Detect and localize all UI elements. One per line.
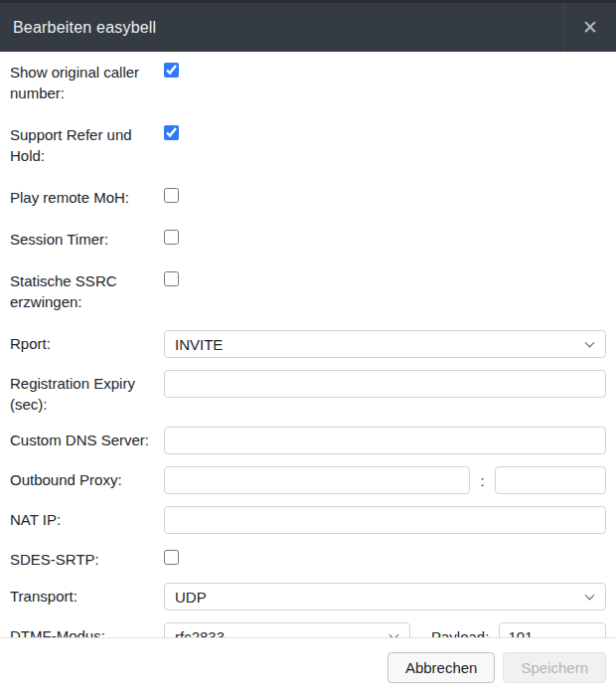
support-refer-hold-checkbox[interactable] (164, 125, 179, 140)
field-label: NAT IP: (10, 506, 164, 530)
cancel-button[interactable]: Abbrechen (387, 652, 496, 683)
custom-dns-input[interactable] (164, 427, 606, 454)
play-remote-moh-checkbox[interactable] (164, 188, 179, 203)
dialog-title: Bearbeiten easybell (13, 19, 156, 37)
field-label: Show original caller number: (10, 59, 164, 103)
field-label: DTMF-Modus: (10, 622, 164, 637)
close-icon: ✕ (582, 18, 598, 37)
row-transport: Transport: UDP (10, 583, 606, 610)
field-label: Session Timer: (10, 226, 164, 250)
close-button[interactable]: ✕ (563, 3, 616, 52)
dialog-form: Show original caller number: Support Ref… (0, 52, 616, 637)
host-port-separator: : (470, 472, 495, 489)
field-label: Rport: (10, 330, 164, 354)
row-registration-expiry: Registration Expiry (sec): (10, 370, 606, 415)
registration-expiry-input[interactable] (164, 370, 606, 398)
save-button[interactable]: Speichern (503, 652, 606, 683)
dtmf-modus-select[interactable]: rfc2833 (164, 622, 410, 637)
edit-provider-dialog: Bearbeiten easybell ✕ Show original call… (0, 0, 616, 697)
payload-input[interactable] (499, 622, 606, 637)
field-label: Play remote MoH: (10, 184, 164, 208)
field-label: Outbound Proxy: (10, 466, 164, 490)
row-outbound-proxy: Outbound Proxy: : (10, 466, 606, 494)
dialog-footer: Abbrechen Speichern (0, 637, 616, 697)
field-label: Registration Expiry (sec): (10, 370, 164, 415)
row-rport: Rport: INVITE (10, 330, 606, 358)
row-custom-dns-server: Custom DNS Server: (10, 427, 606, 454)
sdes-srtp-checkbox[interactable] (164, 550, 179, 565)
show-original-caller-checkbox[interactable] (164, 63, 179, 78)
field-label: Custom DNS Server: (10, 427, 164, 450)
row-play-remote-moh: Play remote MoH: (10, 184, 606, 208)
session-timer-checkbox[interactable] (164, 230, 179, 245)
field-label: SDES-SRTP: (10, 546, 164, 570)
rport-select[interactable]: INVITE (164, 330, 606, 358)
nat-ip-input[interactable] (164, 506, 606, 534)
row-dtmf-modus: DTMF-Modus: rfc2833 Payload: (10, 622, 606, 637)
static-ssrc-checkbox[interactable] (164, 271, 179, 286)
row-nat-ip: NAT IP: (10, 506, 606, 534)
payload-label: Payload: (431, 628, 489, 638)
outbound-proxy-port-input[interactable] (495, 466, 606, 494)
field-label: Statische SSRC erzwingen: (10, 267, 164, 312)
transport-select[interactable]: UDP (164, 583, 606, 610)
row-support-refer-hold: Support Refer und Hold: (10, 121, 606, 166)
field-label: Transport: (10, 583, 164, 607)
row-sdes-srtp: SDES-SRTP: (10, 546, 606, 570)
row-session-timer: Session Timer: (10, 226, 606, 250)
row-static-ssrc: Statische SSRC erzwingen: (10, 267, 606, 312)
row-show-original-caller-number: Show original caller number: (10, 59, 606, 103)
dialog-header: Bearbeiten easybell ✕ (0, 0, 616, 52)
field-label: Support Refer und Hold: (10, 121, 164, 166)
outbound-proxy-host-input[interactable] (164, 466, 470, 494)
